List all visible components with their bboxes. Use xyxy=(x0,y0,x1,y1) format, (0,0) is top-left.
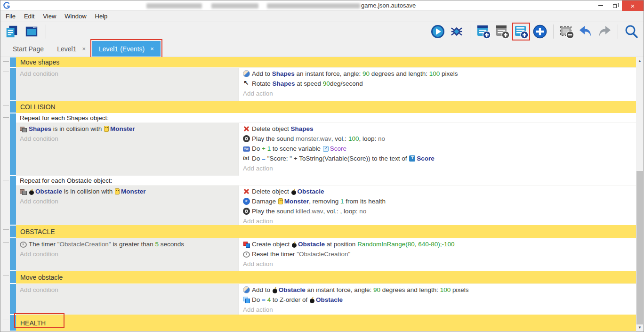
menu-item-view[interactable]: View xyxy=(39,13,60,20)
condition-line[interactable]: Obstacle is in collision with Monster xyxy=(16,186,239,196)
event-drag-bar[interactable] xyxy=(10,176,16,225)
toolbar xyxy=(0,22,644,41)
add-action-button[interactable]: Add action xyxy=(239,163,637,173)
event-drag-bar[interactable] xyxy=(10,101,16,113)
group-header-collision[interactable]: COLLISION xyxy=(16,101,637,113)
action-line[interactable]: Rotate Shapes at speed 90deg/second xyxy=(239,79,637,89)
tab-level1-events[interactable]: Level1 (Events)× xyxy=(92,41,161,57)
play-icon[interactable] xyxy=(430,24,445,39)
group-header-move-shapes[interactable]: Move shapes xyxy=(16,57,637,67)
group-label: OBSTACLE xyxy=(20,228,55,235)
add-comment-icon[interactable] xyxy=(495,24,510,39)
add-action-button[interactable]: Add action xyxy=(239,216,637,226)
event-row: Add conditionAdd to Obstacle an instant … xyxy=(0,283,637,315)
add-action-button[interactable]: Add action xyxy=(239,89,637,98)
event-row: Repeat for each Shapes object:Shapes is … xyxy=(0,113,637,176)
timer-icon xyxy=(20,242,27,248)
text: , loop: xyxy=(359,135,378,142)
event-drag-bar[interactable] xyxy=(10,271,16,283)
event-drag-bar[interactable] xyxy=(10,113,16,175)
scene-window-icon[interactable] xyxy=(24,24,39,39)
search-icon[interactable] xyxy=(624,24,639,39)
literal-value: no xyxy=(359,208,366,215)
action-line[interactable]: Reset the timer "ObstacleCreation" xyxy=(239,249,637,259)
condition-line[interactable]: Shapes is in collision with Monster xyxy=(16,124,239,134)
number-value: 90 xyxy=(362,70,370,77)
tab-close-icon[interactable]: × xyxy=(82,45,86,52)
app-window: game.json.autosave × FileEditViewWindowH… xyxy=(0,0,644,332)
variable-name: Score xyxy=(330,145,346,152)
event-drag-bar[interactable] xyxy=(10,315,16,331)
monster-icon xyxy=(115,188,120,194)
add-action-button[interactable]: Add action xyxy=(239,259,637,269)
close-button[interactable]: × xyxy=(622,0,644,11)
title-bar: game.json.autosave × xyxy=(0,0,644,11)
scroll-down-arrow-icon[interactable]: ▼ xyxy=(636,324,644,332)
sound-icon xyxy=(243,208,250,215)
vertical-scrollbar[interactable]: ▲ ▼ xyxy=(636,57,644,332)
add-event-icon[interactable] xyxy=(476,24,491,39)
tab-level1[interactable]: Level1× xyxy=(50,41,92,57)
project-manager-icon[interactable] xyxy=(4,24,19,39)
add-condition-button[interactable]: Add condition xyxy=(16,69,239,79)
tab-close-icon[interactable]: × xyxy=(150,45,154,52)
action-line[interactable]: Play the sound killed.wav, vol.: , loop:… xyxy=(239,206,637,216)
event-gutter xyxy=(0,238,10,271)
add-action-button[interactable]: Add action xyxy=(239,305,637,315)
number-value: 100 xyxy=(429,70,440,77)
bomb-icon xyxy=(273,289,277,293)
event-drag-bar[interactable] xyxy=(10,284,16,314)
action-line[interactable]: Do = "Score: " + ToString(Variable(Score… xyxy=(239,154,637,163)
event-drag-bar[interactable] xyxy=(10,57,16,67)
minimize-button[interactable] xyxy=(594,0,608,11)
action-line[interactable]: Add to Obstacle an instant force, angle:… xyxy=(239,285,637,295)
menu-item-edit[interactable]: Edit xyxy=(20,13,39,20)
action-line[interactable]: Add to Shapes an instant force, angle: 9… xyxy=(239,69,637,79)
redo-icon[interactable] xyxy=(597,24,612,39)
add-event-dialog-icon[interactable] xyxy=(532,24,547,39)
repeat-event-label[interactable]: Repeat for each Shapes object: xyxy=(16,113,637,122)
restore-button[interactable] xyxy=(608,0,622,11)
event-drag-bar[interactable] xyxy=(10,68,16,100)
menu-item-file[interactable]: File xyxy=(1,13,20,20)
action-line[interactable]: Play the sound monster.wav, vol.: 100, l… xyxy=(239,134,637,144)
condition-line[interactable]: The timer "ObstacleCreation" is greater … xyxy=(16,239,239,249)
event-content: Move shapes xyxy=(16,57,637,67)
scroll-up-arrow-icon[interactable]: ▲ xyxy=(636,57,644,65)
add-condition-button[interactable]: Add condition xyxy=(16,249,239,259)
debug-icon[interactable] xyxy=(449,24,464,39)
action-line[interactable]: Damage Monster, removing 1 from its heal… xyxy=(239,196,637,206)
action-line[interactable]: Do = 4 to Z-order of Obstacle xyxy=(239,295,637,305)
menu-item-window[interactable]: Window xyxy=(60,13,90,20)
text: Delete object xyxy=(252,125,291,132)
event-drag-bar[interactable] xyxy=(10,226,16,237)
conditions-pane: Obstacle is in collision with MonsterAdd… xyxy=(16,186,239,225)
action-line[interactable]: Create object Obstacle at position Rando… xyxy=(239,239,637,249)
event-drag-bar[interactable] xyxy=(10,238,16,270)
add-condition-button[interactable]: Add condition xyxy=(16,285,239,295)
text: Do xyxy=(252,155,262,162)
event-gutter xyxy=(0,315,10,331)
text: "Score: " + ToString(Variable(Score)) xyxy=(267,155,370,162)
tab-start-page[interactable]: Start Page xyxy=(6,41,50,57)
group-header-move-obstacle[interactable]: Move obstacle xyxy=(16,271,637,283)
number-value: 100 xyxy=(348,135,359,142)
action-line[interactable]: Delete object Obstacle xyxy=(239,186,637,196)
group-header-obstacle[interactable]: OBSTACLE xyxy=(16,225,637,238)
scrollbar-thumb[interactable] xyxy=(636,171,643,324)
text: Delete object xyxy=(252,188,291,195)
menu-item-help[interactable]: Help xyxy=(91,13,112,20)
repeat-event-label[interactable]: Repeat for each Obstacle object: xyxy=(16,176,637,185)
add-sub-event-icon[interactable] xyxy=(514,24,529,39)
actions-pane: Create object Obstacle at position Rando… xyxy=(239,238,637,271)
action-line[interactable]: Delete object Shapes xyxy=(239,124,637,134)
group-header-health[interactable]: HEALTH xyxy=(16,315,637,331)
add-condition-button[interactable]: Add condition xyxy=(16,196,239,206)
event-gutter xyxy=(0,176,10,225)
undo-icon[interactable] xyxy=(578,24,593,39)
toggle-event-disabled-icon[interactable] xyxy=(559,24,574,39)
group-label: Move obstacle xyxy=(20,274,63,281)
text: Do xyxy=(252,296,262,303)
add-condition-button[interactable]: Add condition xyxy=(16,134,239,144)
action-line[interactable]: Do + 1 to scene variable Score xyxy=(239,144,637,154)
